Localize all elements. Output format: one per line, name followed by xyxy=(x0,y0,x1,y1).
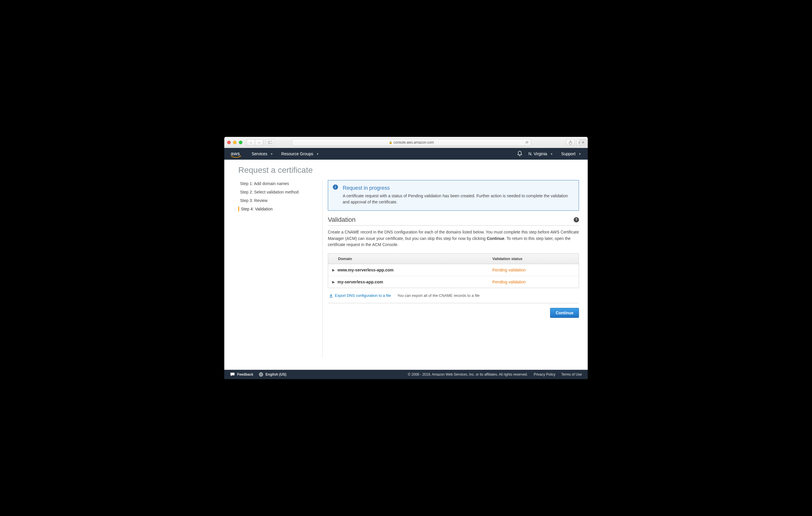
domain-name: my-serverless-app.com xyxy=(338,279,383,284)
section-header: Validation ? xyxy=(328,216,579,226)
table-header: Domain Validation status xyxy=(328,254,579,264)
export-hint: You can export all of the CNAME records … xyxy=(397,293,480,298)
region-label: N. Virginia xyxy=(528,152,547,156)
chevron-down-icon: ▼ xyxy=(550,152,553,156)
zoom-window-button[interactable] xyxy=(239,141,242,144)
window-controls xyxy=(227,141,242,144)
support-menu[interactable]: Support ▼ xyxy=(561,152,581,156)
section-title: Validation xyxy=(328,216,574,223)
info-banner: i Request in progress A certificate requ… xyxy=(328,180,579,211)
back-button[interactable]: ‹ xyxy=(246,139,255,146)
domain-table: Domain Validation status ▶ www.my-server… xyxy=(328,253,579,288)
aws-footer: Feedback English (US) © 2008 - 2018, Ama… xyxy=(224,370,588,379)
reload-icon[interactable]: ⟳ xyxy=(526,140,528,144)
table-row[interactable]: ▶ my-serverless-app.com Pending validati… xyxy=(328,276,579,288)
feedback-link[interactable]: Feedback xyxy=(230,373,253,377)
browser-window: ‹ › 🔒 console.aws.amazon.com ⟳ + aws Se xyxy=(224,137,588,379)
lock-icon: 🔒 xyxy=(389,141,392,144)
chevron-down-icon: ▼ xyxy=(316,152,319,156)
page-body: Request a certificate xyxy=(224,160,588,175)
info-title: Request in progress xyxy=(343,185,573,191)
share-button[interactable] xyxy=(566,139,575,146)
validation-status: Pending validation xyxy=(488,264,579,276)
aws-logo[interactable]: aws xyxy=(231,151,240,157)
feedback-label: Feedback xyxy=(237,373,253,377)
resource-groups-menu[interactable]: Resource Groups ▼ xyxy=(281,152,319,156)
wizard-steps: Step 1: Add domain names Step 2: Select … xyxy=(238,180,320,358)
export-row: Export DNS configuration to a file You c… xyxy=(328,292,579,303)
language-selector[interactable]: English (US) xyxy=(259,373,286,377)
privacy-link[interactable]: Privacy Policy xyxy=(534,373,556,377)
step-4[interactable]: Step 4: Validation xyxy=(238,207,320,211)
expand-caret-icon[interactable]: ▶ xyxy=(332,280,335,284)
url-host: console.aws.amazon.com xyxy=(394,140,434,144)
info-icon: i xyxy=(333,185,338,190)
region-menu[interactable]: N. Virginia ▼ xyxy=(528,152,553,156)
forward-button[interactable]: › xyxy=(255,139,263,146)
notifications-icon[interactable] xyxy=(517,151,522,157)
services-menu[interactable]: Services ▼ xyxy=(252,152,273,156)
info-body: A certificate request with a status of P… xyxy=(343,193,573,205)
resource-groups-label: Resource Groups xyxy=(281,152,313,156)
copyright: © 2008 - 2018, Amazon Web Services, Inc.… xyxy=(408,373,528,377)
export-link-text: Export DNS configuration to a file xyxy=(335,293,391,298)
page-columns: Step 1: Add domain names Step 2: Select … xyxy=(224,180,588,370)
domain-name: www.my-serverless-app.com xyxy=(338,268,394,272)
aws-header: aws Services ▼ Resource Groups ▼ N. Virg… xyxy=(224,148,588,160)
chevron-down-icon: ▼ xyxy=(270,152,273,156)
step-2[interactable]: Step 2: Select validation method xyxy=(238,190,320,194)
button-row: Continue xyxy=(328,308,579,318)
chevron-down-icon: ▼ xyxy=(578,152,581,156)
support-label: Support xyxy=(561,152,576,156)
help-icon[interactable]: ? xyxy=(574,217,579,222)
continue-button[interactable]: Continue xyxy=(550,308,579,318)
page-title: Request a certificate xyxy=(238,165,579,175)
close-window-button[interactable] xyxy=(227,141,231,144)
svg-rect-0 xyxy=(268,141,272,143)
col-status: Validation status xyxy=(488,254,579,264)
terms-link[interactable]: Terms of Use xyxy=(561,373,582,377)
section-description: Create a CNAME record in the DNS configu… xyxy=(328,229,579,248)
services-label: Services xyxy=(252,152,267,156)
nav-buttons: ‹ › xyxy=(246,139,263,146)
step-1[interactable]: Step 1: Add domain names xyxy=(238,181,320,186)
sidebar-toggle-button[interactable] xyxy=(266,139,274,146)
validation-status: Pending validation xyxy=(488,276,579,288)
browser-titlebar: ‹ › 🔒 console.aws.amazon.com ⟳ + xyxy=(224,137,588,148)
expand-caret-icon[interactable]: ▶ xyxy=(332,268,335,272)
main-content: i Request in progress A certificate requ… xyxy=(328,180,579,358)
table-row[interactable]: ▶ www.my-serverless-app.com Pending vali… xyxy=(328,264,579,276)
address-bar[interactable]: 🔒 console.aws.amazon.com ⟳ xyxy=(292,139,531,146)
export-dns-link[interactable]: Export DNS configuration to a file xyxy=(329,293,391,298)
minimize-window-button[interactable] xyxy=(233,141,236,144)
vertical-divider xyxy=(322,180,323,358)
new-tab-button[interactable]: + xyxy=(580,139,586,146)
language-label: English (US) xyxy=(265,373,286,377)
desc-text-bold: Continue xyxy=(487,236,504,241)
col-domain: Domain xyxy=(328,254,488,264)
step-3[interactable]: Step 3: Review xyxy=(238,198,320,203)
